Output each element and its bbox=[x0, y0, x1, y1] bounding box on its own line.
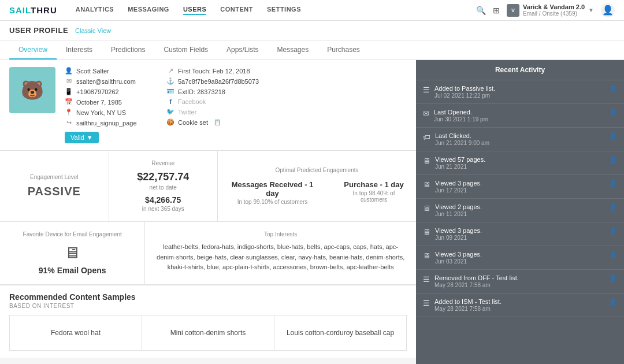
profile-section: 🐻 👤 Scott Salter ✉ ssalter@sailthru.com … bbox=[0, 60, 416, 151]
activity-text: Viewed 3 pages. bbox=[435, 180, 604, 187]
list-icon: ☰ bbox=[423, 299, 430, 307]
desktop-icon: 🖥 bbox=[423, 251, 430, 260]
device-label: Favorite Device for Email Engagement bbox=[23, 231, 122, 237]
activity-time: Jun 30 2021 1:19 pm bbox=[434, 116, 604, 122]
activity-item: ☰ Removed from DFF - Test list. May 28 2… bbox=[416, 270, 624, 294]
activity-user-icon: 👤 bbox=[609, 298, 617, 306]
search-icon[interactable]: 🔍 bbox=[476, 6, 486, 15]
nav-messaging[interactable]: MESSAGING bbox=[128, 6, 169, 15]
tab-overview[interactable]: Overview bbox=[9, 40, 57, 60]
nav-users[interactable]: USERS bbox=[183, 6, 206, 15]
activity-item: 🖥 Viewed 57 pages. Jun 21 2021 👤 bbox=[416, 151, 624, 175]
facebook-row: f Facebook bbox=[166, 98, 270, 105]
account-sub: Email / Onsite (4359) bbox=[523, 10, 585, 17]
profile-col-2: ↗ First Touch: Feb 12, 2018 ⚓ 5a7c8f7be9… bbox=[166, 67, 270, 143]
activity-time: May 28 2021 7:58 am bbox=[434, 306, 604, 312]
desktop-icon: 🖥 bbox=[423, 228, 430, 236]
top-nav: SAILTHRU ANALYTICS MESSAGING USERS CONTE… bbox=[0, 0, 624, 21]
tab-messages[interactable]: Messages bbox=[268, 40, 318, 60]
activity-user-icon: 👤 bbox=[609, 274, 617, 282]
activity-content: Added to ISM - Test list. May 28 2021 7:… bbox=[434, 298, 604, 312]
recommended-sub: BASED ON INTEREST bbox=[9, 303, 407, 309]
activity-item: 🖥 Viewed 3 pages. Jun 09 2021 👤 bbox=[416, 222, 624, 246]
chevron-down-icon: ▼ bbox=[87, 134, 93, 141]
mail-icon: ✉ bbox=[423, 109, 429, 118]
engagement-label: Engagement Level bbox=[30, 174, 78, 180]
activity-time: Jul 02 2021 12:22 pm bbox=[434, 92, 604, 99]
device-stat: 91% Email Opens bbox=[39, 266, 106, 275]
nav-account[interactable]: V Varick & Vandam 2.0 Email / Onsite (43… bbox=[507, 3, 594, 17]
interests-block: Top Interests leather-belts, fedora-hats… bbox=[145, 222, 416, 284]
revenue-net-label: net to date bbox=[150, 184, 177, 191]
activity-text: Removed from DFF - Test list. bbox=[434, 274, 604, 281]
rec-item-2[interactable]: Mini cotton-denim shorts bbox=[142, 315, 274, 350]
activity-user-icon: 👤 bbox=[609, 203, 617, 211]
activity-item: ☰ Added to Passive list. Jul 02 2021 12:… bbox=[416, 80, 624, 104]
account-name: Varick & Vandam 2.0 bbox=[523, 3, 585, 10]
engagements-block: Optimal Predicted Engagements Messages R… bbox=[218, 151, 416, 221]
interests-label: Top Interests bbox=[154, 231, 407, 237]
nav-right: 🔍 ⊞ V Varick & Vandam 2.0 Email / Onsite… bbox=[476, 3, 615, 17]
desktop-icon: 🖥 bbox=[423, 157, 430, 165]
device-block: Favorite Device for Email Engagement 🖥 9… bbox=[0, 222, 145, 284]
left-panel: 🐻 👤 Scott Salter ✉ ssalter@sailthru.com … bbox=[0, 60, 416, 364]
engagement-value: PASSIVE bbox=[28, 185, 81, 198]
activity-content: Viewed 3 pages. Jun 17 2021 bbox=[435, 180, 604, 194]
nav-content[interactable]: CONTENT bbox=[220, 6, 253, 15]
calendar-icon: 📅 bbox=[65, 98, 73, 106]
cookie-icon: 🍪 bbox=[166, 118, 174, 126]
purchase-sub: In top 98.40% of customers bbox=[341, 190, 407, 203]
logo: SAILTHRU bbox=[9, 5, 57, 15]
purchase-label: Purchase - 1 day bbox=[341, 180, 407, 189]
activity-item: 🖥 Viewed 2 pages. Jun 11 2021 👤 bbox=[416, 199, 624, 222]
activity-item: 🖥 Viewed 3 pages. Jun 17 2021 👤 bbox=[416, 175, 624, 199]
activity-content: Last Opened. Jun 30 2021 1:19 pm bbox=[434, 109, 604, 122]
activity-content: Removed from DFF - Test list. May 28 202… bbox=[434, 274, 604, 288]
activity-content: Last Clicked. Jun 21 2021 9:00 am bbox=[435, 132, 604, 146]
signin-icon: ↪ bbox=[65, 119, 73, 127]
nav-settings[interactable]: SETTINGS bbox=[267, 6, 301, 15]
activity-text: Viewed 3 pages. bbox=[435, 227, 604, 234]
ext-id: ExtID: 28373218 bbox=[178, 88, 225, 95]
interests-text: leather-belts, fedora-hats, indigo-short… bbox=[154, 242, 407, 273]
twitter-label: Twitter bbox=[178, 109, 196, 116]
desktop-icon: 🖥 bbox=[64, 243, 80, 262]
rec-item-3[interactable]: Louis cotton-corduroy baseball cap bbox=[274, 315, 406, 350]
rec-item-1[interactable]: Fedora wool hat bbox=[10, 315, 142, 350]
tab-purchases[interactable]: Purchases bbox=[318, 40, 369, 60]
nav-analytics[interactable]: ANALYTICS bbox=[76, 6, 114, 15]
activity-user-icon: 👤 bbox=[609, 180, 617, 187]
valid-button[interactable]: Valid ▼ bbox=[65, 132, 99, 143]
cookie-row: ⚓ 5a7c8f7be9a8a26f7d8b5073 bbox=[166, 77, 270, 85]
tab-predictions[interactable]: Predictions bbox=[102, 40, 154, 60]
tab-apps-lists[interactable]: Apps/Lists bbox=[217, 40, 268, 60]
nav-links: ANALYTICS MESSAGING USERS CONTENT SETTIN… bbox=[76, 6, 301, 15]
activity-user-icon: 👤 bbox=[609, 227, 617, 235]
copy-icon[interactable]: 📋 bbox=[214, 119, 221, 125]
twitter-icon: 🐦 bbox=[166, 108, 174, 116]
activity-time: Jun 03 2021 bbox=[435, 258, 604, 265]
activity-text: Last Clicked. bbox=[435, 132, 604, 139]
ext-id-row: 🪪 ExtID: 28373218 bbox=[166, 88, 270, 95]
activity-item: 🏷 Last Clicked. Jun 21 2021 9:00 am 👤 bbox=[416, 128, 624, 151]
cookie-id: 5a7c8f7be9a8a26f7d8b5073 bbox=[178, 78, 259, 85]
id-icon: 🪪 bbox=[166, 88, 174, 95]
location-icon: 📍 bbox=[65, 109, 73, 116]
activity-user-icon: 👤 bbox=[609, 132, 617, 140]
avatar: 🐻 bbox=[9, 67, 55, 113]
desktop-icon: 🖥 bbox=[423, 204, 430, 213]
tab-interests[interactable]: Interests bbox=[57, 40, 102, 60]
activity-user-icon: 👤 bbox=[609, 85, 617, 92]
anchor-icon: ⚓ bbox=[166, 77, 174, 85]
revenue-predicted-label: in next 365 days bbox=[142, 206, 184, 212]
revenue-block: Revenue $22,757.74 net to date $4,266.75… bbox=[109, 151, 218, 221]
revenue-predicted: $4,266.75 bbox=[145, 195, 181, 205]
tab-custom-fields[interactable]: Custom Fields bbox=[154, 40, 217, 60]
grid-icon[interactable]: ⊞ bbox=[493, 6, 500, 15]
recommended-section: Recommended Content Samples BASED ON INT… bbox=[0, 285, 416, 358]
facebook-label: Facebook bbox=[178, 98, 206, 105]
classic-view-link[interactable]: Classic View bbox=[75, 27, 111, 34]
list-icon: ☰ bbox=[423, 86, 430, 94]
right-panel: Recent Activity ☰ Added to Passive list.… bbox=[416, 60, 624, 364]
user-icon[interactable]: 👤 bbox=[601, 3, 615, 17]
